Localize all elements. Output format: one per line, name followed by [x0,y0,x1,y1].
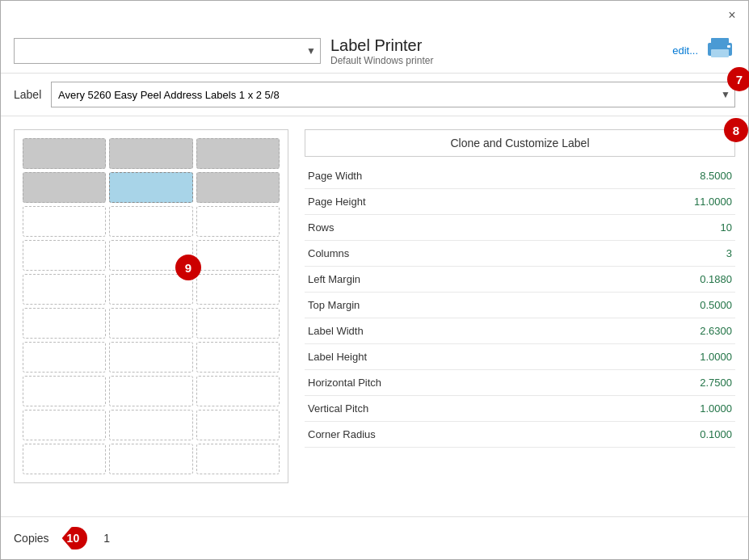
label-cell[interactable] [109,410,192,440]
label-preview [14,129,288,483]
property-row: Rows10 [305,215,735,241]
property-row: Horizontal Pitch2.7500 [305,370,735,396]
copies-label: Copies [14,532,49,545]
label-cell[interactable] [109,376,192,406]
label-cell[interactable] [109,444,192,474]
property-value: 2.6300 [563,318,735,344]
printer-row: ▼ Label Printer Default Windows printer … [1,28,748,74]
callout-10: 10 [62,527,88,549]
property-name: Label Height [305,344,563,370]
printer-info: Label Printer Default Windows printer [330,36,663,66]
close-button[interactable]: × [722,6,742,25]
label-grid [23,138,280,474]
printer-title: Label Printer [330,36,663,55]
label-cell[interactable] [23,274,106,305]
property-name: Top Margin [305,293,563,318]
printer-icon [705,35,735,66]
label-cell[interactable] [109,342,192,373]
main-content: 9 Clone and Customize Label 8 Page Width… [1,116,748,516]
printer-subtitle: Default Windows printer [330,55,663,66]
property-value: 0.1880 [563,267,735,293]
label-cell[interactable] [196,308,280,339]
property-value: 2.7500 [563,370,735,396]
property-value: 0.5000 [563,293,735,318]
printer-select-wrapper: ▼ [14,38,321,64]
callout-8: 8 [724,118,748,142]
label-cell[interactable] [23,376,106,406]
label-select-wrapper: Avery 5260 Easy Peel Address Labels 1 x … [51,82,735,107]
label-cell[interactable] [23,206,106,237]
label-cell[interactable] [23,240,106,271]
property-row: Corner Radius0.1000 [305,422,735,448]
property-value: 10 [563,215,735,241]
label-cell[interactable] [23,410,106,440]
property-name: Page Height [305,189,563,215]
property-name: Horizontal Pitch [305,370,563,396]
svg-rect-2 [711,49,729,57]
callout-7: 7 [727,67,749,91]
bottom-bar: Copies 10 1 [1,516,748,559]
property-name: Vertical Pitch [305,396,563,422]
label-cell[interactable] [196,342,280,373]
property-value: 0.1000 [563,422,735,448]
property-value: 1.0000 [563,344,735,370]
dialog: × ▼ Label Printer Default Windows printe… [0,0,749,560]
svg-rect-1 [711,38,729,44]
properties-table: Page Width8.5000Page Height11.0000Rows10… [305,163,735,448]
right-panel: Clone and Customize Label 8 Page Width8.… [305,129,735,503]
printer-icon-area: edit... [672,35,735,66]
property-row: Left Margin0.1880 [305,267,735,293]
clone-btn-wrapper: Clone and Customize Label 8 [305,129,735,163]
property-name: Left Margin [305,267,563,293]
property-row: Label Width2.6300 [305,318,735,344]
label-dropdown[interactable]: Avery 5260 Easy Peel Address Labels 1 x … [51,82,735,107]
property-row: Page Height11.0000 [305,189,735,215]
printer-dropdown[interactable] [14,38,321,64]
svg-rect-3 [727,45,730,48]
label-cell[interactable] [196,274,280,305]
label-cell[interactable] [196,240,280,271]
label-cell[interactable] [23,138,106,169]
label-cell[interactable] [196,410,280,440]
label-cell[interactable] [23,444,106,474]
label-cell[interactable] [109,308,192,339]
label-cell[interactable] [196,172,280,203]
label-cell[interactable] [196,206,280,237]
copies-value: 1 [103,532,110,545]
label-row: Label Avery 5260 Easy Peel Address Label… [1,74,748,116]
preview-container: 9 [14,129,288,503]
property-name: Rows [305,215,563,241]
property-value: 1.0000 [563,396,735,422]
edit-link[interactable]: edit... [672,44,698,57]
label-field-label: Label [14,88,43,101]
label-cell[interactable] [196,138,280,169]
property-value: 8.5000 [563,163,735,189]
label-cell[interactable] [109,138,192,169]
title-bar: × [1,1,748,28]
label-cell[interactable] [23,342,106,373]
label-cell[interactable] [109,274,192,305]
label-cell[interactable] [109,206,192,237]
label-cell[interactable] [196,444,280,474]
property-row: Top Margin0.5000 [305,293,735,318]
label-cell[interactable] [23,308,106,339]
callout-9: 9 [175,255,201,280]
callout-10-wrapper: 10 [62,527,88,549]
property-name: Page Width [305,163,563,189]
property-row: Page Width8.5000 [305,163,735,189]
label-cell-selected[interactable] [109,172,192,203]
property-name: Corner Radius [305,422,563,448]
property-row: Columns3 [305,241,735,267]
clone-customize-button[interactable]: Clone and Customize Label [305,129,735,157]
label-cell[interactable] [23,172,106,203]
property-row: Label Height1.0000 [305,344,735,370]
property-name: Label Width [305,318,563,344]
label-cell[interactable] [196,376,280,406]
property-row: Vertical Pitch1.0000 [305,396,735,422]
property-value: 3 [563,241,735,267]
property-name: Columns [305,241,563,267]
property-value: 11.0000 [563,189,735,215]
